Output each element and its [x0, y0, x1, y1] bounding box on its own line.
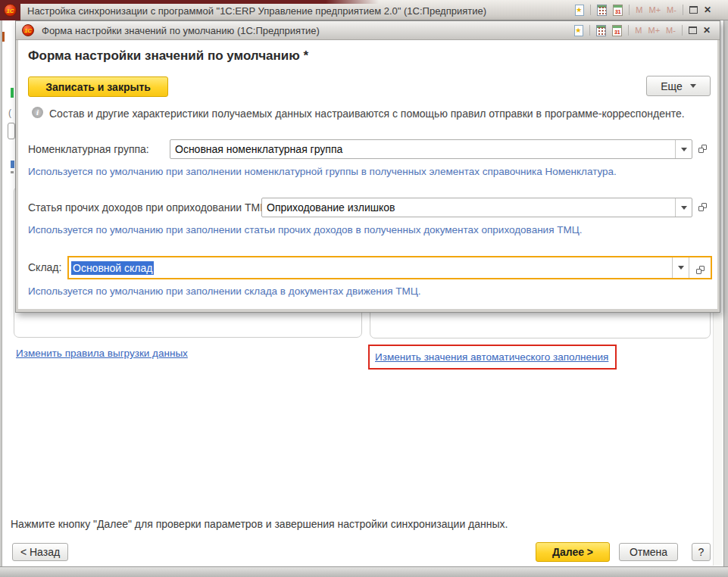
window-border-right	[723, 4, 728, 568]
back-button[interactable]: < Назад	[12, 543, 68, 561]
more-button-label: Еще	[661, 80, 683, 92]
dialog-title: Форма настройки значений по умолчанию (1…	[42, 21, 320, 40]
titlebar-divider	[590, 5, 591, 15]
memory-button: M	[635, 25, 642, 36]
memory-minus-button: M-	[666, 25, 676, 36]
info-text: Состав и другие характеристики получаемы…	[49, 108, 685, 120]
save-and-close-button[interactable]: Записать и закрыть	[28, 76, 168, 97]
more-button[interactable]: Еще	[646, 76, 711, 96]
field-hint: Используется по умолчанию при заполнении…	[28, 166, 617, 177]
titlebar-divider	[682, 25, 683, 36]
open-list-icon	[696, 266, 705, 274]
background-fragment	[8, 123, 15, 139]
maximize-button[interactable]	[689, 27, 697, 34]
favorites-icon[interactable]: ★	[574, 25, 583, 36]
selected-text: Основной склад	[71, 261, 154, 275]
open-list-icon	[698, 145, 707, 153]
window-border-left	[0, 4, 2, 568]
chevron-down-icon	[681, 206, 687, 213]
main-window-title: Настройка синхронизации с программой "1С…	[27, 0, 486, 20]
open-list-button[interactable]	[695, 141, 711, 158]
field-label: Номенклатурная группа:	[28, 139, 149, 159]
field-hint: Используется по умолчанию при заполнении…	[28, 224, 582, 235]
calendar-icon[interactable]: 31	[613, 5, 623, 16]
background-fragment	[11, 161, 14, 168]
open-list-icon	[698, 203, 707, 211]
field-value: Основной склад	[69, 259, 672, 277]
main-window-titlebar: 1С Настройка синхронизации с программой …	[0, 0, 728, 20]
titlebar-divider	[628, 25, 629, 36]
warehouse-input[interactable]: Основной склад	[67, 256, 712, 279]
favorites-icon[interactable]: ★	[575, 5, 584, 16]
dropdown-button[interactable]	[675, 140, 692, 158]
app-logo-1c-icon: 1С	[22, 24, 34, 36]
titlebar-divider	[589, 25, 590, 36]
other-income-item-input[interactable]: Оприходование излишков	[261, 198, 692, 217]
open-list-button[interactable]	[689, 257, 711, 278]
info-icon: i	[32, 107, 43, 118]
background-fragment	[11, 88, 14, 98]
field-value: Основная номенклатурная группа	[170, 140, 675, 158]
background-fragment	[2, 32, 5, 42]
open-list-button[interactable]	[695, 199, 711, 216]
screen: 1С Настройка синхронизации с программой …	[0, 0, 728, 577]
chevron-down-icon	[690, 84, 696, 91]
titlebar-divider	[629, 5, 630, 15]
memory-minus-button: M-	[667, 5, 676, 15]
app-logo-1c-icon: 1С	[4, 4, 17, 17]
red-highlight-box: Изменить значения автоматического заполн…	[368, 345, 617, 370]
titlebar-divider	[683, 5, 683, 15]
wizard-footer-hint: Нажмите кнопку "Далее" для проверки пара…	[11, 518, 508, 530]
maximize-button[interactable]	[689, 6, 698, 14]
help-button[interactable]: ?	[692, 543, 711, 561]
change-autofill-values-link[interactable]: Изменить значения автоматического заполн…	[375, 351, 608, 363]
field-value: Оприходование излишков	[262, 198, 675, 217]
cancel-button[interactable]: Отмена	[619, 543, 678, 561]
field-label: Статья прочих доходов при оприходовании …	[28, 198, 270, 217]
change-export-rules-link[interactable]: Изменить правила выгрузки данных	[16, 348, 188, 359]
calculator-icon[interactable]	[596, 25, 606, 36]
dialog-heading: Форма настройки значений по умолчанию *	[28, 48, 308, 64]
dropdown-button[interactable]	[675, 198, 692, 217]
field-hint: Используется по умолчанию при заполнении…	[28, 285, 421, 297]
background-fragment: (	[8, 108, 11, 118]
window-border-bottom[interactable]	[0, 566, 728, 577]
chevron-down-icon	[678, 266, 684, 273]
dialog-body: Форма настройки значений по умолчанию * …	[18, 40, 717, 309]
background-fragment	[11, 171, 14, 173]
calculator-icon[interactable]	[597, 5, 607, 16]
memory-plus-button: M+	[649, 5, 661, 15]
default-values-dialog: 1С Форма настройки значений по умолчанию…	[15, 20, 720, 313]
dropdown-button[interactable]	[672, 257, 689, 278]
nomenclature-group-input[interactable]: Основная номенклатурная группа	[170, 139, 692, 159]
memory-plus-button: M+	[648, 25, 661, 36]
dialog-titlebar: 1С Форма настройки значений по умолчанию…	[16, 21, 720, 40]
chevron-down-icon	[681, 148, 687, 154]
close-button[interactable]: ✕	[704, 5, 711, 15]
calendar-icon[interactable]: 31	[612, 25, 622, 36]
next-button[interactable]: Далее >	[536, 542, 610, 562]
field-label: Склад:	[28, 257, 61, 277]
memory-button: M	[636, 5, 642, 15]
scrollbar[interactable]	[713, 313, 723, 566]
close-button[interactable]: ✕	[703, 25, 711, 36]
